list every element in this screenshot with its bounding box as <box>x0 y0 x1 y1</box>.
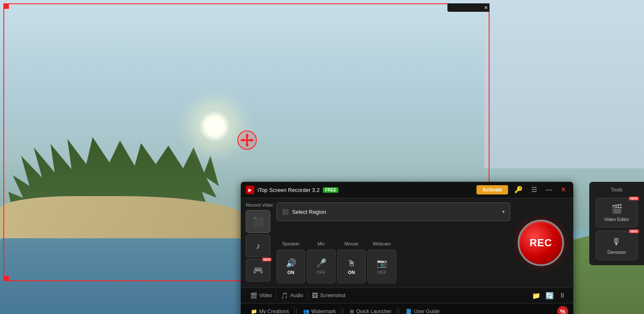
video-tab-icon: 🎬 <box>250 292 257 299</box>
bottom-toolbar: 🎬 Video 🎵 Audio 🖼 Screenshot 📁 🔄 ⏸ <box>241 287 573 303</box>
key-button[interactable]: 🔑 <box>512 186 525 194</box>
folder-btn[interactable]: 📁 <box>530 291 543 301</box>
watermark-label: Watermark <box>311 309 336 314</box>
nav-quick-launcher[interactable]: ⊞ Quick Launcher <box>345 306 397 314</box>
webcam-btn[interactable]: 📷 OFF <box>367 250 396 283</box>
tab-audio[interactable]: 🎵 Audio <box>277 290 308 301</box>
screen-icon: ⬛ <box>253 216 263 226</box>
game-icon: 🎮 <box>253 265 263 275</box>
region-icon: ⬛ <box>282 209 289 215</box>
webcam-status: OFF <box>377 270 386 275</box>
record-label: Record Video/Audio/Game <box>246 202 273 208</box>
tab-video[interactable]: 🎬 Video <box>246 290 277 301</box>
recorder-panel: ▶ iTop Screen Recorder 3.2 FREE Activate… <box>241 182 573 314</box>
content-area: Record Video/Audio/Game ⬛ ♪ NEW 🎮 ⬛ Sele… <box>241 198 573 287</box>
denoiser-tool[interactable]: NEW 🎙 Denoiser <box>596 231 638 260</box>
mode-screen[interactable]: ⬛ <box>246 210 270 233</box>
video-editor-new-badge: NEW <box>629 197 639 200</box>
minimize-button[interactable]: — <box>543 186 554 194</box>
title-bar-controls: 🔑 ☰ — ✕ <box>512 186 568 194</box>
region-label: Select Region <box>292 209 326 215</box>
rec-button[interactable]: REC <box>518 220 564 266</box>
modes-panel: Record Video/Audio/Game ⬛ ♪ NEW 🎮 <box>246 202 273 283</box>
screenshot-tab-label: Screenshot <box>320 293 346 298</box>
free-badge: FREE <box>323 187 338 193</box>
audio-tab-label: Audio <box>290 293 303 298</box>
mouse-icon: 🖱 <box>347 258 356 268</box>
audio-section: Speaker Mic Mouse Webcam 🔊 ON 🎤 OFF <box>277 241 510 283</box>
bg-sun <box>198 109 232 143</box>
audio-icon: ♪ <box>256 241 260 251</box>
denoiser-label: Denoiser <box>607 250 626 255</box>
tools-title: Tools <box>611 187 623 193</box>
menu-button[interactable]: ☰ <box>529 186 539 194</box>
activate-button[interactable]: Activate <box>476 185 508 194</box>
mouse-status: ON <box>348 270 355 275</box>
header-mouse: Mouse <box>337 241 366 246</box>
header-webcam: Webcam <box>367 241 396 246</box>
col-headers: Speaker Mic Mouse Webcam <box>277 241 510 246</box>
close-button[interactable]: ✕ <box>559 186 568 194</box>
video-tab-label: Video <box>259 293 272 298</box>
nav-user-guide[interactable]: 📘 User Guide <box>400 306 444 314</box>
title-bar: ▶ iTop Screen Recorder 3.2 FREE Activate… <box>241 182 573 198</box>
mode-audio[interactable]: ♪ <box>246 234 270 257</box>
dropdown-arrow: ▾ <box>502 209 505 215</box>
move-cursor-icon[interactable] <box>237 130 258 151</box>
quick-launcher-label: Quick Launcher <box>356 309 391 314</box>
center-panel: ⬛ Select Region ▾ Speaker Mic Mouse Webc… <box>277 202 514 283</box>
tab-screenshot[interactable]: 🖼 Screenshot <box>308 290 350 301</box>
screenshot-tab-icon: 🖼 <box>312 292 318 299</box>
user-guide-icon: 📘 <box>405 309 412 314</box>
mic-icon: 🎤 <box>316 258 327 268</box>
mic-btn[interactable]: 🎤 OFF <box>307 250 335 283</box>
user-guide-label: User Guide <box>414 309 439 314</box>
bg-shore <box>0 196 244 238</box>
my-creations-icon: 📁 <box>251 309 257 314</box>
settings-btn[interactable]: ⏸ <box>556 291 568 300</box>
svg-rect-6 <box>243 139 251 141</box>
webcam-icon: 📷 <box>377 258 387 268</box>
bg-sky-gradient <box>484 0 644 168</box>
denoiser-new-badge: NEW <box>629 229 639 233</box>
quick-launcher-icon: ⊞ <box>350 309 354 314</box>
nav-watermark[interactable]: 👥 Watermark <box>298 306 341 314</box>
mode-game[interactable]: NEW 🎮 <box>246 259 270 282</box>
header-mic: Mic <box>307 241 335 246</box>
watermark-icon: 👥 <box>303 309 309 314</box>
video-editor-label: Video Editor <box>604 217 629 222</box>
header-speaker: Speaker <box>277 241 305 246</box>
region-dropdown[interactable]: ⬛ Select Region ▾ <box>277 202 510 221</box>
speaker-btn[interactable]: 🔊 ON <box>277 250 305 283</box>
game-new-badge: NEW <box>262 258 271 261</box>
rec-area: REC <box>514 202 568 283</box>
mouse-btn[interactable]: 🖱 ON <box>337 250 366 283</box>
video-editor-icon: 🎬 <box>611 204 623 215</box>
audio-buttons: 🔊 ON 🎤 OFF 🖱 ON 📷 OFF <box>277 250 510 283</box>
speaker-status: ON <box>287 270 295 275</box>
tools-panel: Tools NEW 🎬 Video Editor NEW 🎙 Denoiser <box>589 182 644 265</box>
video-editor-tool[interactable]: NEW 🎬 Video Editor <box>596 198 638 227</box>
denoiser-icon: 🎙 <box>612 237 621 247</box>
my-creations-label: My Creations <box>259 309 289 314</box>
discount-icon[interactable]: % <box>557 306 568 314</box>
speaker-icon: 🔊 <box>286 258 296 268</box>
audio-tab-icon: 🎵 <box>281 292 288 299</box>
mic-status: OFF <box>317 270 326 275</box>
title-bar-left: ▶ iTop Screen Recorder 3.2 FREE <box>246 186 476 194</box>
refresh-btn[interactable]: 🔄 <box>543 291 556 301</box>
app-icon: ▶ <box>246 186 254 194</box>
app-title: iTop Screen Recorder 3.2 <box>258 187 319 193</box>
nav-bar: 📁 My Creations | 👥 Watermark | ⊞ Quick L… <box>241 303 573 314</box>
nav-my-creations[interactable]: 📁 My Creations <box>246 306 295 314</box>
